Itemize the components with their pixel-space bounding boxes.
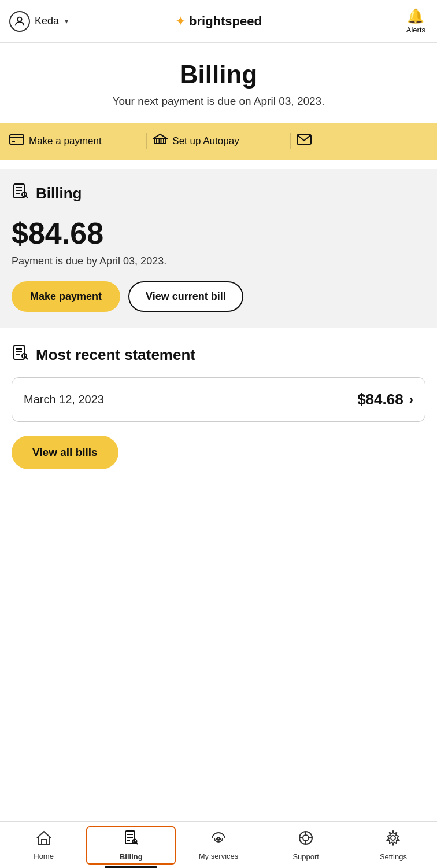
action-divider-1	[146, 133, 147, 149]
statement-section: Most recent statement March 12, 2023 $84…	[0, 328, 437, 481]
chevron-right-icon: ›	[409, 392, 413, 407]
statement-section-header: Most recent statement	[12, 344, 425, 366]
alerts-label: Alerts	[406, 25, 425, 34]
svg-marker-4	[154, 134, 166, 138]
nav-item-services[interactable]: My services	[175, 828, 262, 863]
support-icon	[298, 830, 314, 850]
payment-icon	[9, 133, 24, 149]
statement-section-icon	[12, 344, 29, 366]
statement-amount-wrap: $84.68 ›	[357, 391, 413, 409]
billing-section-header: Billing	[12, 183, 425, 204]
svg-rect-7	[164, 138, 165, 144]
bank-icon	[153, 133, 168, 149]
brand-logo: ✦ brightspeed	[175, 14, 262, 29]
svg-point-31	[303, 835, 309, 841]
logo-text: brightspeed	[189, 14, 262, 29]
nav-item-home[interactable]: Home	[0, 828, 87, 863]
statement-section-title: Most recent statement	[36, 346, 195, 364]
nav-item-settings[interactable]: Settings	[350, 827, 437, 863]
page-title-section: Billing Your next payment is due on Apri…	[0, 43, 437, 113]
view-all-bills-button[interactable]: View all bills	[12, 436, 118, 469]
billing-amount: $84.68	[12, 216, 425, 251]
nav-label-services: My services	[199, 852, 239, 860]
action-bar: Make a payment Set up Autopay	[0, 123, 437, 160]
svg-rect-22	[42, 840, 46, 844]
view-current-bill-button[interactable]: View current bill	[128, 281, 243, 312]
svg-rect-1	[10, 135, 24, 144]
email-action[interactable]	[297, 133, 428, 149]
logo-star-icon: ✦	[175, 14, 186, 29]
svg-point-0	[17, 17, 21, 21]
app-header: Keda ▾ ✦ brightspeed 🔔 Alerts	[0, 0, 437, 43]
nav-label-settings: Settings	[380, 852, 407, 861]
nav-label-support: Support	[292, 852, 319, 861]
billing-section: Billing $84.68 Payment is due by April 0…	[0, 169, 437, 328]
billing-section-icon	[12, 183, 29, 204]
statement-amount: $84.68	[357, 391, 403, 409]
home-icon	[36, 830, 52, 849]
alerts-button[interactable]: 🔔 Alerts	[406, 8, 425, 34]
billing-section-title: Billing	[36, 185, 82, 203]
statement-date: March 12, 2023	[24, 393, 104, 406]
svg-point-29	[217, 837, 220, 840]
user-avatar-icon	[9, 11, 30, 32]
action-divider-2	[290, 133, 291, 149]
svg-rect-6	[160, 138, 161, 144]
make-payment-label: Make a payment	[29, 135, 102, 147]
bell-icon: 🔔	[407, 8, 424, 24]
user-name-label: Keda	[35, 15, 59, 27]
services-icon	[210, 830, 227, 849]
page-title: Billing	[12, 60, 425, 89]
nav-label-billing: Billing	[120, 852, 143, 861]
autopay-action[interactable]: Set up Autopay	[153, 133, 284, 149]
email-icon	[297, 133, 312, 149]
make-payment-action[interactable]: Make a payment	[9, 133, 140, 149]
nav-item-support[interactable]: Support	[262, 827, 350, 863]
payment-due-text: Your next payment is due on April 03, 20…	[12, 95, 425, 108]
nav-item-billing[interactable]: Billing	[87, 827, 175, 863]
billing-actions: Make payment View current bill	[12, 281, 425, 312]
make-payment-button[interactable]: Make payment	[12, 281, 120, 312]
autopay-label: Set up Autopay	[172, 135, 239, 147]
billing-nav-icon	[123, 830, 139, 850]
nav-label-home: Home	[34, 852, 54, 860]
billing-due-text: Payment is due by April 03, 2023.	[12, 255, 425, 267]
svg-rect-5	[155, 138, 157, 144]
bottom-nav: Home Billing My serv	[0, 821, 437, 868]
svg-point-36	[391, 836, 395, 840]
statement-card[interactable]: March 12, 2023 $84.68 ›	[12, 377, 425, 422]
settings-icon	[385, 830, 401, 850]
chevron-down-icon: ▾	[65, 17, 68, 25]
user-menu[interactable]: Keda ▾	[9, 11, 68, 32]
